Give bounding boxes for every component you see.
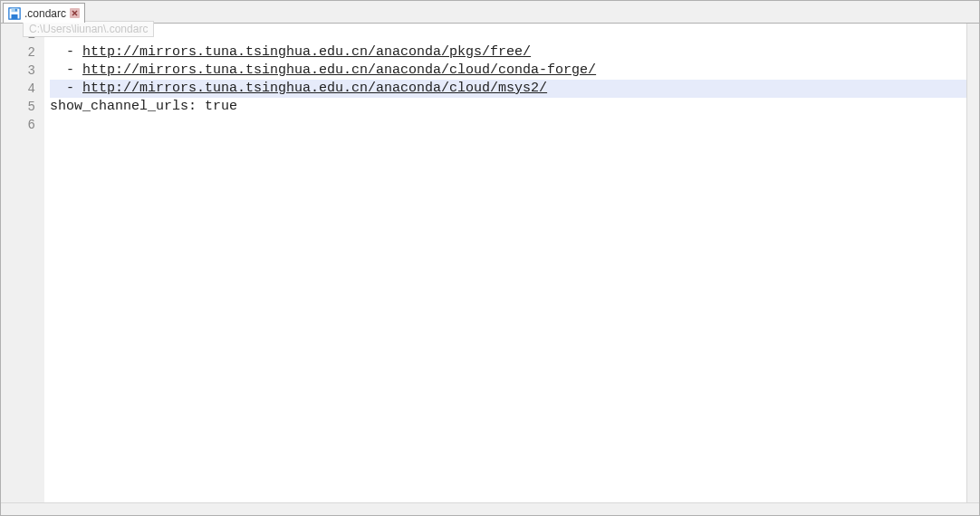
file-tab[interactable]: .condarc [3,3,85,23]
code-text: - [50,62,82,78]
code-line[interactable]: - http://mirrors.tuna.tsinghua.edu.cn/an… [50,62,979,80]
code-area[interactable]: channels: - http://mirrors.tuna.tsinghua… [44,24,979,515]
url-link[interactable]: http://mirrors.tuna.tsinghua.edu.cn/anac… [82,62,596,78]
tab-filename: .condarc [24,7,66,20]
close-tab-icon[interactable] [69,7,81,19]
url-link[interactable]: http://mirrors.tuna.tsinghua.edu.cn/anac… [82,44,531,60]
vertical-scrollbar[interactable] [966,24,979,502]
line-number: 2 [1,43,44,62]
line-number: 4 [1,80,44,98]
editor-body: 123456 channels: - http://mirrors.tuna.t… [1,23,979,515]
code-line[interactable]: show_channel_urls: true [50,98,979,116]
code-line[interactable]: - http://mirrors.tuna.tsinghua.edu.cn/an… [50,43,979,62]
code-text: show_channel_urls: true [50,99,237,114]
line-number: 3 [1,62,44,80]
url-link[interactable]: http://mirrors.tuna.tsinghua.edu.cn/anac… [82,81,547,96]
file-save-icon [8,7,21,20]
line-number: 5 [1,98,44,116]
editor-window: .condarc C:\Users\liunan\.condarc 123456… [0,0,980,516]
code-text: channels: [50,26,123,42]
tab-bar: .condarc C:\Users\liunan\.condarc [1,1,979,23]
code-text: - [50,44,82,60]
line-number-gutter: 123456 [1,24,44,515]
line-number: 1 [1,25,44,43]
code-line[interactable]: channels: [50,25,979,43]
code-line[interactable]: - http://mirrors.tuna.tsinghua.edu.cn/an… [50,80,979,98]
code-text: - [50,81,82,96]
line-number: 6 [1,116,44,134]
code-line[interactable] [50,116,979,134]
svg-rect-3 [12,14,18,18]
horizontal-scrollbar[interactable] [1,502,979,515]
svg-rect-4 [15,8,17,11]
